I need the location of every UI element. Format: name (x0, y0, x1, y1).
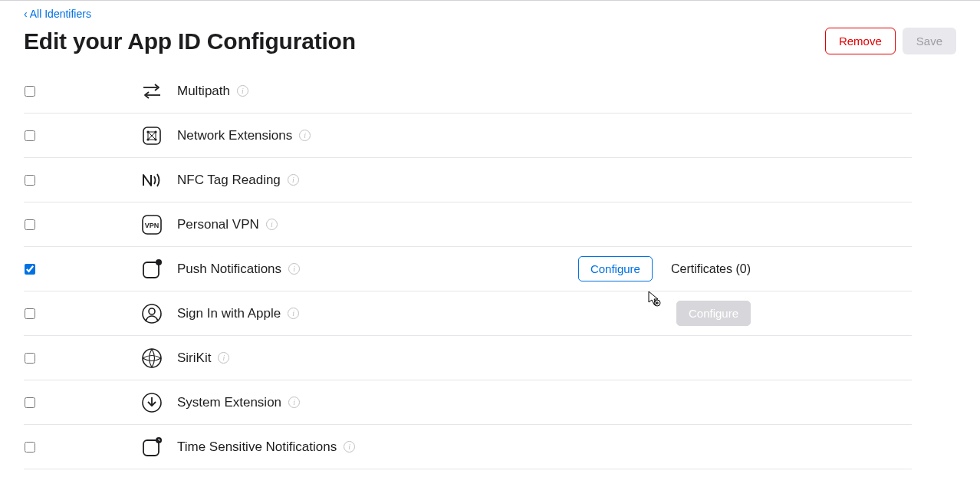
back-link[interactable]: All Identifiers (24, 8, 91, 20)
svg-point-13 (156, 259, 162, 265)
time-sensitive-icon (140, 436, 163, 459)
nfc-checkbox[interactable] (25, 175, 35, 186)
vpn-label: Personal VPN (177, 217, 259, 232)
info-icon[interactable]: i (299, 130, 311, 141)
info-icon[interactable]: i (237, 85, 248, 97)
svg-point-14 (143, 304, 161, 323)
info-icon[interactable]: i (266, 219, 278, 230)
siwa-label: Sign In with Apple (177, 306, 281, 321)
info-icon[interactable]: i (288, 397, 300, 408)
info-icon[interactable]: i (288, 308, 299, 319)
remove-button[interactable]: Remove (825, 28, 896, 54)
capability-row-siri: SiriKit i (24, 336, 912, 380)
siri-icon (140, 347, 163, 370)
capability-row-vpn: VPN Personal VPN i (24, 202, 912, 247)
info-icon[interactable]: i (344, 441, 355, 453)
svg-point-16 (143, 349, 161, 367)
network-extensions-icon (140, 124, 163, 147)
capability-row-sysext: System Extension i (24, 380, 912, 425)
sysext-checkbox[interactable] (25, 397, 35, 408)
person-icon (140, 302, 163, 325)
network-checkbox[interactable] (25, 130, 35, 141)
tsn-checkbox[interactable] (25, 442, 35, 453)
network-label: Network Extensions (177, 128, 292, 143)
multipath-icon (140, 80, 163, 103)
svg-rect-18 (143, 440, 159, 456)
push-label: Push Notifications (177, 262, 281, 277)
push-checkbox[interactable] (25, 264, 35, 275)
capability-row-network: Network Extensions i (24, 114, 912, 158)
page-title: Edit your App ID Configuration (24, 28, 356, 54)
info-icon[interactable]: i (218, 352, 229, 364)
capability-row-nfc: NFC Tag Reading i (24, 158, 912, 202)
info-icon[interactable]: i (288, 263, 300, 275)
nfc-icon (140, 169, 163, 192)
vpn-checkbox[interactable] (25, 219, 35, 230)
siri-label: SiriKit (177, 351, 211, 366)
push-notifications-icon (140, 258, 163, 281)
capability-row-push: Push Notifications i Configure Certifica… (24, 247, 912, 291)
vpn-icon: VPN (140, 213, 163, 236)
siri-checkbox[interactable] (25, 353, 35, 364)
save-button: Save (903, 28, 956, 54)
multipath-label: Multipath (177, 84, 230, 99)
capability-row-tsn: Time Sensitive Notifications i (24, 425, 912, 469)
svg-point-15 (149, 308, 155, 314)
tsn-label: Time Sensitive Notifications (177, 439, 337, 455)
sysext-label: System Extension (177, 395, 281, 410)
nfc-label: NFC Tag Reading (177, 173, 281, 188)
svg-rect-12 (143, 262, 159, 278)
push-configure-button[interactable]: Configure (578, 256, 653, 281)
download-icon (140, 391, 163, 414)
capability-row-siwa: Sign In with Apple i Configure (24, 291, 912, 336)
info-icon[interactable]: i (288, 174, 299, 186)
push-certificates-text: Certificates (0) (671, 262, 751, 276)
siwa-configure-button: Configure (676, 301, 751, 326)
svg-text:VPN: VPN (145, 222, 159, 229)
siwa-checkbox[interactable] (25, 308, 35, 319)
multipath-checkbox[interactable] (25, 86, 35, 97)
